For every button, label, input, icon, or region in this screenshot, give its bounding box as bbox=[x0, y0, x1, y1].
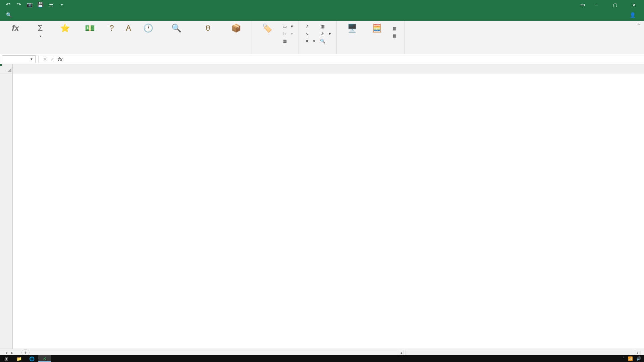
create-from-selection-button[interactable]: ▦ bbox=[280, 38, 295, 44]
logic-icon: ? bbox=[106, 23, 117, 34]
trace-dependents-button[interactable]: ↘ bbox=[302, 30, 317, 37]
watch-window-button[interactable]: 🖥️ bbox=[340, 22, 364, 35]
ribbon-tabs: 🔍 👤 bbox=[0, 9, 644, 21]
arrow-icon: ↘ bbox=[304, 31, 310, 36]
insert-function-button[interactable]: fx bbox=[3, 22, 28, 35]
lookup-button[interactable]: 🔍 bbox=[161, 22, 192, 35]
more-icon: 📦 bbox=[231, 23, 241, 34]
star-icon: ⭐ bbox=[60, 23, 70, 34]
name-box[interactable]: ▼ bbox=[2, 55, 36, 63]
autosum-button[interactable]: Σ▾ bbox=[28, 22, 52, 38]
windows-taskbar: ⊞ 📁 🌐 X ˄ 📶 🔊 bbox=[0, 355, 644, 362]
qat-more-icon[interactable]: ▾ bbox=[58, 1, 66, 9]
excel-icon[interactable]: X bbox=[38, 355, 51, 362]
calc-options-button[interactable]: 🧮 bbox=[365, 22, 389, 35]
chevron-down-icon[interactable]: ▼ bbox=[30, 57, 33, 61]
logical-button[interactable]: ? bbox=[103, 22, 121, 35]
fx-icon: fx bbox=[10, 23, 21, 34]
calc-now-icon: ▦ bbox=[392, 25, 397, 31]
spreadsheet-grid[interactable] bbox=[0, 64, 644, 349]
eval-icon: 🔍 bbox=[320, 38, 325, 44]
tag-icon: 🏷️ bbox=[262, 23, 273, 34]
create-icon: ▦ bbox=[282, 38, 287, 44]
recent-button[interactable]: ⭐ bbox=[53, 22, 77, 35]
cancel-formula-icon[interactable]: ✕ bbox=[41, 56, 49, 62]
math-button[interactable]: θ bbox=[193, 22, 223, 35]
show-formulas-button[interactable]: ▦ bbox=[318, 23, 333, 29]
select-all-button[interactable] bbox=[0, 64, 13, 73]
network-icon[interactable]: 📶 bbox=[628, 356, 633, 361]
show-icon: ▦ bbox=[320, 23, 325, 29]
fx-icon[interactable]: fx bbox=[58, 56, 62, 62]
lookup-icon: 🔍 bbox=[171, 23, 182, 34]
tray-chevron-icon[interactable]: ˄ bbox=[623, 356, 625, 361]
ribbon: fx Σ▾ ⭐ 💵 ? A 🕐 🔍 θ 📦 🏷️ ▭ ▾ fx ▾ ▦ ↗ bbox=[0, 21, 644, 54]
share-button[interactable]: 👤 bbox=[624, 9, 644, 21]
camera-icon[interactable]: 📷 bbox=[25, 1, 34, 9]
explorer-icon[interactable]: 📁 bbox=[13, 355, 25, 362]
arrow-icon: ↗ bbox=[304, 23, 310, 29]
remove-icon: ✕ bbox=[304, 38, 310, 44]
clock-icon: 🕐 bbox=[143, 23, 154, 34]
name-manager-button[interactable]: 🏷️ bbox=[255, 22, 279, 35]
error-check-button[interactable]: ⚠ ▾ bbox=[318, 30, 333, 37]
text-button[interactable]: A bbox=[121, 22, 136, 35]
calc-now-button[interactable]: ▦ bbox=[390, 25, 401, 32]
add-sheet-button[interactable]: + bbox=[21, 349, 30, 356]
trace-precedents-button[interactable]: ↗ bbox=[302, 23, 317, 29]
enter-formula-icon[interactable]: ✓ bbox=[49, 56, 56, 62]
watch-icon: 🖥️ bbox=[347, 23, 358, 34]
define-icon: ▭ bbox=[282, 23, 287, 29]
evaluate-formula-button[interactable]: 🔍 bbox=[318, 38, 333, 44]
maximize-button[interactable]: ▢ bbox=[608, 0, 623, 9]
calc-sheet-icon: ▦ bbox=[392, 33, 397, 38]
sheet-nav-first-icon[interactable]: ◂ bbox=[3, 350, 9, 355]
calc-icon: 🧮 bbox=[372, 23, 382, 34]
undo-icon[interactable]: ↶ bbox=[4, 1, 12, 9]
touch-icon[interactable]: ☰ bbox=[47, 1, 55, 9]
collapse-ribbon-icon[interactable]: ⌃ bbox=[637, 23, 641, 28]
start-button[interactable]: ⊞ bbox=[0, 355, 13, 362]
scroll-right-icon[interactable]: ▸ bbox=[635, 350, 641, 356]
formula-icon: fx bbox=[282, 31, 287, 36]
edge-icon[interactable]: 🌐 bbox=[25, 355, 38, 362]
finance-icon: 💵 bbox=[85, 23, 95, 34]
ribbon-display-icon[interactable]: ▭ bbox=[580, 2, 585, 8]
tell-me-search[interactable]: 🔍 bbox=[0, 9, 20, 21]
sigma-icon: Σ bbox=[35, 23, 46, 34]
sheet-nav-last-icon[interactable]: ▸ bbox=[9, 350, 15, 355]
search-icon: 🔍 bbox=[6, 12, 12, 18]
warning-icon: ⚠ bbox=[320, 31, 325, 36]
more-functions-button[interactable]: 📦 bbox=[224, 22, 248, 35]
formula-bar: ▼ ✕ ✓ fx bbox=[0, 54, 644, 64]
minimize-button[interactable]: ─ bbox=[589, 0, 604, 9]
scroll-left-icon[interactable]: ◂ bbox=[398, 350, 404, 356]
text-icon: A bbox=[123, 23, 134, 34]
redo-icon[interactable]: ↷ bbox=[15, 1, 23, 9]
datetime-button[interactable]: 🕐 bbox=[136, 22, 160, 35]
calc-sheet-button[interactable]: ▦ bbox=[390, 32, 401, 39]
volume-icon[interactable]: 🔊 bbox=[636, 356, 641, 361]
close-button[interactable]: ✕ bbox=[627, 0, 641, 9]
define-name-button[interactable]: ▭ ▾ bbox=[280, 23, 295, 29]
theta-icon: θ bbox=[203, 23, 213, 34]
financial-button[interactable]: 💵 bbox=[78, 22, 102, 35]
share-icon: 👤 bbox=[630, 12, 636, 18]
horizontal-scrollbar[interactable] bbox=[405, 350, 633, 356]
save-icon[interactable]: 💾 bbox=[36, 1, 44, 9]
remove-arrows-button[interactable]: ✕ ▾ bbox=[302, 38, 317, 44]
use-in-formula-button: fx ▾ bbox=[280, 30, 295, 37]
titlebar: ↶ ↷ 📷 💾 ☰ ▾ ▭ ─ ▢ ✕ bbox=[0, 0, 644, 9]
